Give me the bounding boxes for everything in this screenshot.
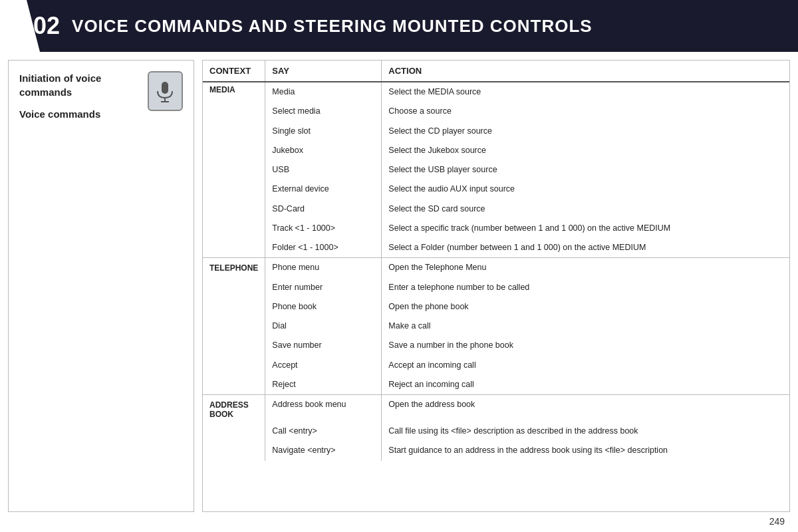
say-cell: Call <entry> (265, 422, 382, 441)
context-cell (203, 180, 265, 199)
table-row: USBSelect the USB player source (203, 160, 789, 180)
action-cell: Select the CD player source (382, 122, 789, 141)
say-cell: Jukebox (265, 141, 382, 160)
say-cell: Folder <1 - 1000> (265, 238, 382, 258)
left-panel-title-1: Initiation of voice commands (19, 71, 141, 99)
say-cell: USB (265, 160, 382, 180)
context-cell (203, 356, 265, 375)
say-cell: Navigate <entry> (265, 441, 382, 460)
table-row: MEDIAMediaSelect the MEDIA source (203, 82, 789, 102)
context-cell (203, 278, 265, 297)
say-cell: Select media (265, 102, 382, 121)
left-panel: Initiation of voice commands Voice comma… (8, 60, 194, 512)
context-cell: MEDIA (203, 82, 265, 102)
table-row: Single slotSelect the CD player source (203, 122, 789, 141)
say-cell: Media (265, 82, 382, 102)
voice-icon (148, 71, 183, 111)
say-cell: Accept (265, 356, 382, 375)
table-header-row: CONTEXT SAY ACTION (203, 61, 789, 82)
chapter-number: 02 (20, 12, 60, 40)
table-row: Call <entry>Call file using its <file> d… (203, 422, 789, 441)
action-cell: Select a Folder (number between 1 and 1 … (382, 238, 789, 258)
say-cell: Reject (265, 375, 382, 395)
context-cell (203, 375, 265, 395)
action-cell: Select the SD card source (382, 200, 789, 219)
context-cell (203, 297, 265, 317)
action-cell: Enter a telephone number to be called (382, 278, 789, 297)
table-row: SD-CardSelect the SD card source (203, 200, 789, 219)
table-row: Phone bookOpen the phone book (203, 297, 789, 317)
context-cell (203, 317, 265, 336)
left-panel-title-2: Voice commands (19, 107, 141, 121)
voice-icon-container: Initiation of voice commands Voice comma… (19, 71, 183, 129)
table-row: RejectReject an incoming call (203, 375, 789, 395)
context-cell (203, 102, 265, 121)
table-row: AcceptAccept an incoming call (203, 356, 789, 375)
page-number: 249 (769, 516, 785, 527)
left-panel-titles: Initiation of voice commands Voice comma… (19, 71, 141, 129)
context-cell (203, 122, 265, 141)
action-cell: Save a number in the phone book (382, 336, 789, 355)
say-cell: Save number (265, 336, 382, 355)
table-row: ADDRESSBOOKAddress book menuOpen the add… (203, 395, 789, 422)
action-cell: Start guidance to an address in the addr… (382, 441, 789, 460)
table-row: Track <1 - 1000>Select a specific track … (203, 219, 789, 238)
context-cell: ADDRESSBOOK (203, 395, 265, 422)
context-cell (203, 200, 265, 219)
action-cell: Select the USB player source (382, 160, 789, 180)
context-cell (203, 336, 265, 355)
action-cell: Select the audio AUX input source (382, 180, 789, 199)
action-cell: Choose a source (382, 102, 789, 121)
say-cell: Dial (265, 317, 382, 336)
chapter-title: VOICE COMMANDS AND STEERING MOUNTED CONT… (72, 16, 593, 37)
table-row: Save numberSave a number in the phone bo… (203, 336, 789, 355)
action-cell: Select the MEDIA source (382, 82, 789, 102)
say-cell: External device (265, 180, 382, 199)
col-action: ACTION (382, 61, 789, 82)
say-cell: Enter number (265, 278, 382, 297)
context-cell (203, 141, 265, 160)
table-row: DialMake a call (203, 317, 789, 336)
table-row: JukeboxSelect the Jukebox source (203, 141, 789, 160)
commands-table: CONTEXT SAY ACTION MEDIAMediaSelect the … (203, 61, 789, 461)
context-cell: TELEPHONE (203, 258, 265, 278)
say-cell: Single slot (265, 122, 382, 141)
col-context: CONTEXT (203, 61, 265, 82)
action-cell: Open the Telephone Menu (382, 258, 789, 278)
say-cell: Address book menu (265, 395, 382, 422)
action-cell: Select the Jukebox source (382, 141, 789, 160)
action-cell: Select a specific track (number between … (382, 219, 789, 238)
col-say: SAY (265, 61, 382, 82)
page-header: 02 VOICE COMMANDS AND STEERING MOUNTED C… (0, 0, 798, 52)
table-row: TELEPHONEPhone menuOpen the Telephone Me… (203, 258, 789, 278)
context-cell (203, 160, 265, 180)
page-footer: 249 (769, 516, 785, 527)
svg-rect-0 (162, 82, 168, 94)
action-cell: Open the phone book (382, 297, 789, 317)
say-cell: Phone menu (265, 258, 382, 278)
page-body: Initiation of voice commands Voice comma… (0, 52, 798, 512)
context-cell (203, 422, 265, 441)
right-panel: CONTEXT SAY ACTION MEDIAMediaSelect the … (202, 60, 790, 512)
context-cell (203, 219, 265, 238)
table-row: Enter numberEnter a telephone number to … (203, 278, 789, 297)
say-cell: Track <1 - 1000> (265, 219, 382, 238)
table-row: Folder <1 - 1000>Select a Folder (number… (203, 238, 789, 258)
table-row: Select mediaChoose a source (203, 102, 789, 121)
say-cell: Phone book (265, 297, 382, 317)
action-cell: Call file using its <file> description a… (382, 422, 789, 441)
action-cell: Open the address book (382, 395, 789, 422)
say-cell: SD-Card (265, 200, 382, 219)
action-cell: Make a call (382, 317, 789, 336)
context-cell (203, 441, 265, 460)
table-row: Navigate <entry>Start guidance to an add… (203, 441, 789, 460)
action-cell: Reject an incoming call (382, 375, 789, 395)
table-row: External deviceSelect the audio AUX inpu… (203, 180, 789, 199)
context-cell (203, 238, 265, 258)
action-cell: Accept an incoming call (382, 356, 789, 375)
